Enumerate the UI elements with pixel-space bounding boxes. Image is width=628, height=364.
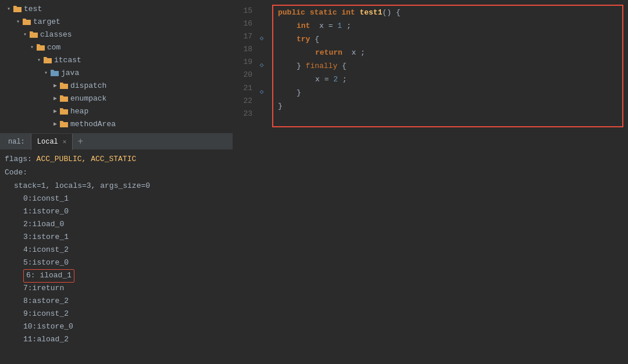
arrow-java: ▾ (42, 69, 50, 76)
bc-instr-3: 3: istore_1 (5, 231, 228, 244)
line-num-19: 19 (233, 56, 252, 69)
kw-finally: finally (306, 62, 338, 70)
bc-op-3: istore_1 (33, 231, 69, 244)
line-num-15: 15 (233, 5, 252, 17)
punct-semi3: ; (342, 75, 347, 84)
bc-instr-4: 4: iconst_2 (5, 244, 228, 257)
gutter-22 (258, 98, 266, 112)
tree-item-dispatch[interactable]: ▶ dispatch (0, 79, 233, 92)
tree-label-methodarea: methodArea (70, 120, 116, 129)
bc-instr-2: 2: iload_0 (5, 219, 228, 231)
bc-instr-11: 11: aload_2 (5, 334, 228, 347)
tree-label-classes: classes (40, 30, 72, 39)
tree-item-itcast[interactable]: ▾ itcast (0, 53, 233, 66)
tree-label-target: target (33, 17, 60, 26)
line-num-21: 21 (233, 82, 252, 95)
var-x3: x (315, 75, 320, 84)
tree-item-test[interactable]: ▾ test (0, 2, 233, 15)
tab-add-button[interactable]: + (73, 137, 88, 147)
line-num-22: 22 (233, 95, 252, 108)
code-line-22: } (273, 99, 622, 113)
bc-op-9: iconst_2 (33, 308, 69, 320)
bc-op-5: istore_0 (33, 257, 69, 269)
code-panel: 15 16 17 18 19 20 21 22 23 ◇ ◇ ◇ (233, 0, 628, 364)
code-line-18: return x ; (273, 46, 622, 59)
flags-value: ACC_PUBLIC, ACC_STATIC (37, 155, 137, 163)
arrow-classes: ▾ (21, 31, 29, 38)
code-line-17: try { (273, 33, 622, 46)
tree-item-com[interactable]: ▾ com (0, 41, 233, 53)
punct-brace-close3: } (278, 99, 283, 113)
punct-semi2: ; (361, 48, 365, 57)
code-label-line: Code: (5, 167, 228, 179)
tree-label-dispatch: dispatch (70, 81, 106, 90)
tree-item-target[interactable]: ▾ target (0, 15, 233, 28)
tree-item-enumpack[interactable]: ▶ enumpack (0, 92, 233, 105)
bc-num-10: 10: (23, 321, 37, 333)
tree-item-classes[interactable]: ▾ classes (0, 28, 233, 41)
kw-int2: int (297, 22, 310, 30)
flags-label: flags: (5, 155, 37, 163)
bc-instr-8: 8: astore_2 (5, 295, 228, 308)
kw-static: static (310, 6, 337, 19)
num-1: 1 (337, 22, 342, 30)
code-label: Code: (5, 168, 27, 177)
tabs-row: nal: Local ✕ + (0, 134, 233, 150)
folder-icon-java (50, 68, 59, 77)
bc-num-1: 1: (23, 206, 33, 218)
bc-num-7: 7: (23, 283, 33, 295)
bc-highlight-6: 6: iload_1 (23, 269, 74, 283)
tab-local[interactable]: Local ✕ (31, 134, 73, 150)
kw-return: return (315, 48, 342, 57)
bc-op-6: iload_1 (40, 271, 72, 280)
folder-icon-dispatch (59, 81, 69, 90)
arrow-methodarea: ▶ (51, 120, 59, 127)
folder-icon-classes (29, 30, 38, 39)
punct-brace-open: { (315, 35, 319, 44)
flags-line: flags: ACC_PUBLIC, ACC_STATIC (5, 154, 228, 166)
line-num-23: 23 (233, 108, 252, 120)
folder-icon-itcast (43, 55, 52, 65)
arrow-target: ▾ (14, 18, 22, 25)
line-num-16: 16 (233, 17, 252, 30)
gutter-18 (258, 45, 266, 58)
code-empty-23 (278, 113, 283, 126)
bc-op-4: iconst_2 (33, 244, 69, 256)
bc-op-0: iconst_1 (33, 193, 69, 205)
bc-instr-0: 0: iconst_1 (5, 193, 228, 206)
tree-item-methodarea[interactable]: ▶ methodArea (0, 117, 233, 130)
bc-op-8: astore_2 (33, 295, 69, 308)
tree-item-java[interactable]: ▾ java (0, 66, 233, 79)
code-line-15: public static int test1 () { (273, 6, 622, 19)
code-line-19: } finally { (273, 59, 622, 73)
line-num-20: 20 (233, 69, 252, 81)
arrow-enumpack: ▶ (51, 95, 59, 102)
punct-paren-open: () { (382, 6, 400, 19)
var-x: x (319, 22, 324, 30)
bc-op-7: ireturn (33, 283, 65, 295)
line-num-17: 17 (233, 30, 252, 43)
sidebar: ▾ test ▾ target ▾ classes ▾ com ▾ itcast (0, 0, 233, 364)
tree-item-heap[interactable]: ▶ heap (0, 105, 233, 117)
gutter-19: ◇ (258, 58, 266, 72)
gutter: ◇ ◇ ◇ (256, 0, 267, 364)
tab-nal-label: nal: (8, 138, 25, 146)
code-line-20: x = 2 ; (273, 73, 622, 86)
bc-op-10: istore_0 (37, 321, 73, 333)
bc-op-1: istore_0 (33, 206, 69, 218)
code-area: 15 16 17 18 19 20 21 22 23 ◇ ◇ ◇ (233, 0, 628, 364)
tree-label-java: java (61, 69, 79, 77)
tab-local-label: Local (37, 138, 58, 146)
code-highlighted-box: public static int test1 () { int x = 1 ; (272, 5, 623, 127)
bc-num-8: 8: (23, 295, 33, 308)
punct-eq: = (329, 22, 338, 30)
bc-num-3: 3: (23, 231, 33, 244)
folder-icon-test (13, 4, 22, 13)
folder-icon-enumpack (59, 94, 69, 103)
tab-nal[interactable]: nal: (2, 134, 31, 150)
code-line-16: int x = 1 ; (273, 19, 622, 33)
tab-local-close[interactable]: ✕ (63, 138, 67, 145)
gutter-16 (258, 18, 266, 31)
folder-icon-heap (59, 106, 69, 116)
gutter-23 (258, 112, 266, 125)
